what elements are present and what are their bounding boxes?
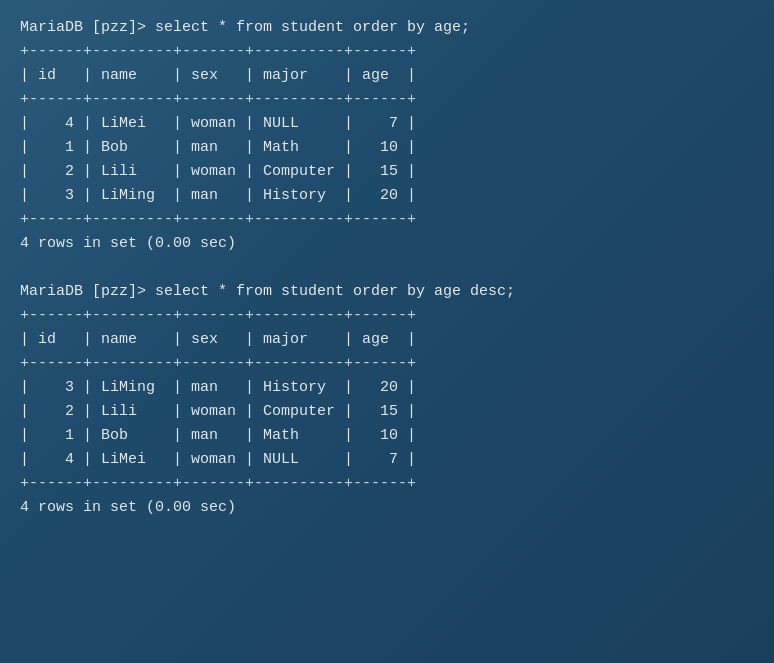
separator-2c: +------+---------+-------+----------+---…: [20, 472, 754, 496]
result-2: 4 rows in set (0.00 sec): [20, 496, 754, 520]
query-block-1: MariaDB [pzz]> select * from student ord…: [20, 16, 754, 256]
row-2-4: | 4 | LiMei | woman | NULL | 7 |: [20, 448, 754, 472]
row-1-1: | 4 | LiMei | woman | NULL | 7 |: [20, 112, 754, 136]
result-1: 4 rows in set (0.00 sec): [20, 232, 754, 256]
separator-2b: +------+---------+-------+----------+---…: [20, 352, 754, 376]
row-1-4: | 3 | LiMing | man | History | 20 |: [20, 184, 754, 208]
query-block-2: MariaDB [pzz]> select * from student ord…: [20, 280, 754, 520]
separator-2a: +------+---------+-------+----------+---…: [20, 304, 754, 328]
header-2: | id | name | sex | major | age |: [20, 328, 754, 352]
separator-1b: +------+---------+-------+----------+---…: [20, 88, 754, 112]
row-1-2: | 1 | Bob | man | Math | 10 |: [20, 136, 754, 160]
separator-1c: +------+---------+-------+----------+---…: [20, 208, 754, 232]
terminal-container: MariaDB [pzz]> select * from student ord…: [20, 16, 754, 520]
header-1: | id | name | sex | major | age |: [20, 64, 754, 88]
row-2-2: | 2 | Lili | woman | Computer | 15 |: [20, 400, 754, 424]
row-2-1: | 3 | LiMing | man | History | 20 |: [20, 376, 754, 400]
separator-1a: +------+---------+-------+----------+---…: [20, 40, 754, 64]
row-1-3: | 2 | Lili | woman | Computer | 15 |: [20, 160, 754, 184]
command-1: MariaDB [pzz]> select * from student ord…: [20, 16, 754, 40]
row-2-3: | 1 | Bob | man | Math | 10 |: [20, 424, 754, 448]
command-2: MariaDB [pzz]> select * from student ord…: [20, 280, 754, 304]
